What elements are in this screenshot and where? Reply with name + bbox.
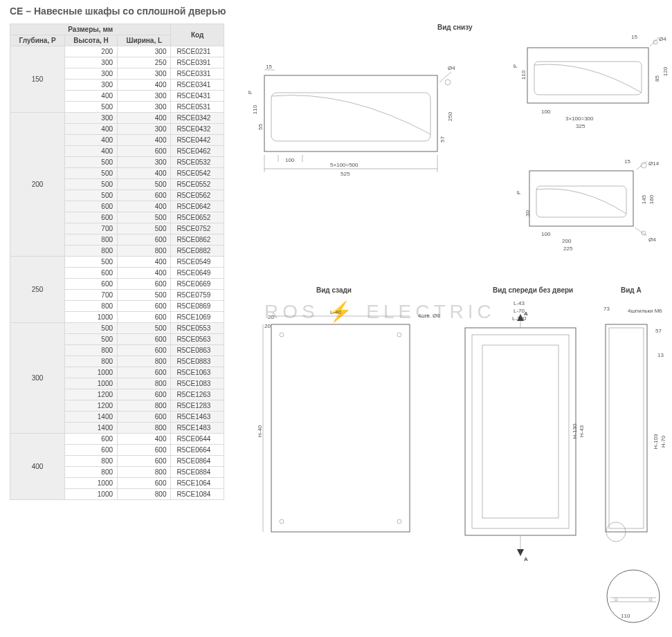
cell-width: 600: [118, 345, 171, 356]
cell-code: R5CE0862: [171, 234, 224, 246]
col-dims: Размеры, мм: [10, 24, 171, 35]
cell-code: R5CE1063: [171, 367, 224, 378]
svg-line-17: [637, 161, 647, 169]
svg-point-22: [397, 333, 401, 337]
cell-code: R5CE0549: [171, 257, 224, 268]
table-row: 200300400R5CE0342: [10, 113, 224, 124]
cell-width: 600: [118, 389, 171, 400]
cell-height: 800: [65, 301, 118, 312]
cell-width: 800: [118, 423, 171, 434]
cell-code: R5CE0391: [171, 57, 224, 68]
cell-code: R5CE0562: [171, 190, 224, 201]
svg-point-41: [649, 598, 652, 601]
cell-height: 1400: [65, 423, 118, 434]
dim: 250: [447, 112, 453, 121]
cell-width: 600: [118, 234, 171, 246]
cell-code: R5CE1263: [171, 389, 224, 400]
svg-rect-14: [529, 171, 633, 226]
cell-width: 600: [118, 279, 171, 290]
cell-height: 1400: [65, 412, 118, 423]
cell-code: R5CE0331: [171, 68, 224, 80]
cell-code: R5CE0644: [171, 434, 224, 445]
dim: 200: [562, 238, 571, 244]
dim: Ø4: [448, 65, 455, 71]
cell-height: 300: [65, 80, 118, 91]
dim: Ø14: [648, 160, 659, 167]
cell-width: 600: [118, 445, 171, 456]
cell-code: R5CE0884: [171, 467, 224, 478]
cell-height: 600: [65, 279, 118, 290]
cell-height: 400: [65, 146, 118, 157]
cell-code: R5CE1064: [171, 478, 224, 489]
spec-table: Размеры, мм Код Глубина, P Высота, H Шир…: [10, 24, 224, 500]
label-bottom-view: Вид снизу: [437, 24, 473, 31]
svg-rect-35: [609, 328, 644, 528]
svg-rect-34: [606, 324, 647, 532]
cell-height: 800: [65, 234, 118, 246]
cell-height: 200: [65, 46, 118, 57]
drawing-side: [595, 304, 671, 553]
dim: 160: [648, 195, 655, 204]
dim: H-103: [653, 434, 659, 450]
svg-point-21: [280, 333, 284, 337]
dim: 57: [439, 136, 446, 142]
cell-width: 400: [118, 168, 171, 179]
depth-cell: 400: [10, 434, 65, 500]
dim: 57: [655, 328, 662, 334]
cell-width: 400: [118, 135, 171, 146]
dim: L-43: [514, 300, 525, 306]
svg-rect-11: [534, 62, 642, 95]
cell-width: 500: [118, 212, 171, 223]
cell-height: 500: [65, 168, 118, 179]
cell-code: R5CE0531: [171, 102, 224, 113]
cell-code: R5CE0542: [171, 168, 224, 179]
cell-width: 300: [118, 46, 171, 57]
cell-code: R5CE0882: [171, 246, 224, 257]
cell-height: 400: [65, 91, 118, 102]
table-row: 150200300R5CE0231: [10, 46, 224, 57]
dim: 225: [563, 246, 572, 252]
cell-width: 800: [118, 356, 171, 367]
dim: H-43: [579, 425, 585, 437]
cell-width: 600: [118, 190, 171, 201]
cell-width: 600: [118, 146, 171, 157]
depth-cell: 250: [10, 257, 65, 323]
cell-code: R5CE0532: [171, 157, 224, 168]
cell-height: 1000: [65, 367, 118, 378]
dim: H-40: [257, 425, 263, 437]
dim: H-70: [660, 436, 666, 447]
cell-width: 400: [118, 80, 171, 91]
label-rear-view: Вид сзади: [316, 286, 352, 294]
cell-height: 800: [65, 467, 118, 478]
dim: 120: [662, 67, 669, 76]
drawing-front: [451, 300, 590, 563]
col-height: Высота, H: [65, 35, 118, 46]
cell-height: 500: [65, 179, 118, 190]
dim: 20: [264, 323, 271, 329]
cell-width: 400: [118, 268, 171, 279]
cell-height: 600: [65, 434, 118, 445]
cell-width: 800: [118, 467, 171, 478]
dim: 325: [576, 123, 585, 129]
cell-height: 500: [65, 157, 118, 168]
svg-rect-29: [482, 345, 559, 518]
dim: H-130: [572, 424, 578, 439]
drawings-panel: ROS ⚡ ELECTRIC Вид снизу 15 Ø4 110 55 10…: [237, 24, 662, 625]
cell-code: R5CE0553: [171, 323, 224, 334]
dim: 4отв. Ø8: [418, 313, 440, 319]
drawing-detail: [602, 569, 668, 627]
cell-code: R5CE1084: [171, 489, 224, 500]
cell-height: 500: [65, 190, 118, 201]
dim: 100: [541, 109, 550, 115]
cell-code: R5CE0664: [171, 445, 224, 456]
cell-code: R5CE0752: [171, 223, 224, 234]
cell-height: 700: [65, 290, 118, 301]
cell-code: R5CE1463: [171, 412, 224, 423]
svg-point-8: [445, 80, 451, 85]
cell-height: 1000: [65, 378, 118, 389]
cell-code: R5CE0863: [171, 345, 224, 356]
cell-width: 400: [118, 434, 171, 445]
dim: A: [524, 311, 528, 317]
svg-point-24: [397, 519, 401, 524]
cell-width: 300: [118, 124, 171, 135]
